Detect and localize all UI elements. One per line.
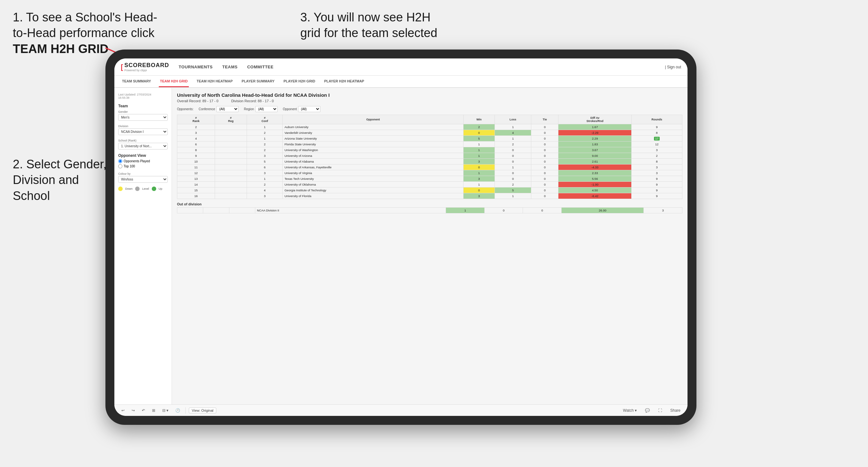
td-rank: 6 xyxy=(177,142,215,147)
td-loss: 1 xyxy=(495,193,531,199)
sidebar-school-field: School (Rank) 1. University of Nort... xyxy=(118,139,168,150)
td-reg xyxy=(215,164,247,170)
td-conf: 3 xyxy=(247,170,283,176)
th-opponent: Opponent xyxy=(283,115,463,124)
td-win: 2 xyxy=(463,124,495,130)
toolbar-share[interactable]: Share xyxy=(668,408,682,413)
toolbar-watch[interactable]: Watch ▾ xyxy=(621,408,639,413)
ood-reg xyxy=(203,208,229,213)
nav-sign-out[interactable]: | Sign out xyxy=(665,65,681,69)
td-rounds: 2 xyxy=(631,153,682,159)
toolbar-separator xyxy=(185,407,186,414)
sidebar-colour-by-select[interactable]: Win/loss xyxy=(118,176,168,183)
td-reg xyxy=(215,153,247,159)
td-win: 3 xyxy=(463,176,495,182)
sub-nav-player-summary[interactable]: PLAYER SUMMARY xyxy=(240,76,276,87)
toolbar-back[interactable]: ↶ xyxy=(140,408,147,413)
td-tie: 0 xyxy=(531,193,558,199)
table-row: 6 2 Florida State University 1 2 0 1.83 … xyxy=(177,142,682,147)
toolbar-clock[interactable]: 🕐 xyxy=(174,408,182,413)
sidebar-radio-top100-input[interactable] xyxy=(118,164,122,168)
td-rounds: 8 xyxy=(631,159,682,164)
h2h-table: #Rank #Reg #Conf Opponent Win Loss Tie D… xyxy=(177,115,682,199)
sidebar-timestamp-date: Last Updated: 27/03/2024 xyxy=(118,93,151,96)
toolbar-comment[interactable]: 💬 xyxy=(643,408,652,413)
sidebar-radio-top100-label: Top 100 xyxy=(124,164,135,168)
td-tie: 0 xyxy=(531,182,558,187)
main-area: University of North Carolina Head-to-Hea… xyxy=(172,88,687,404)
td-tie: 0 xyxy=(531,147,558,153)
toolbar-paste[interactable]: ⊟ ▾ xyxy=(160,408,170,413)
ood-loss: 0 xyxy=(484,208,523,213)
td-rounds: 8 xyxy=(631,130,682,136)
table-row: 13 1 Texas Tech University 3 0 0 5.56 9 xyxy=(177,176,682,182)
td-win: 0 xyxy=(463,187,495,193)
td-rounds: 9 xyxy=(631,176,682,182)
td-tie: 0 xyxy=(531,130,558,136)
filter-region-select[interactable]: (All) xyxy=(255,106,278,112)
sidebar-colour-by-label: Colour by xyxy=(118,172,168,175)
td-diff: 1.83 xyxy=(558,142,631,147)
td-opponent: Arizona State University xyxy=(283,136,463,142)
filter-row: Opponents: Conference (All) Region (All) xyxy=(177,106,682,112)
toolbar-copy[interactable]: ⊞ xyxy=(150,408,157,413)
th-tie: Tie xyxy=(531,115,558,124)
toolbar-redo[interactable]: ↪ xyxy=(130,408,137,413)
td-rounds: 9 xyxy=(631,193,682,199)
sidebar-timestamp: Last Updated: 27/03/2024 16:55:38 xyxy=(118,93,168,99)
td-win: 0 xyxy=(463,130,495,136)
nav-link-teams[interactable]: TEAMS xyxy=(222,64,238,69)
td-rounds: 3 xyxy=(631,164,682,170)
sub-nav-player-h2h-grid[interactable]: PLAYER H2H GRID xyxy=(282,76,316,87)
sub-nav-player-h2h-heatmap[interactable]: PLAYER H2H HEATMAP xyxy=(323,76,366,87)
nav-link-tournaments[interactable]: TOURNAMENTS xyxy=(179,64,212,69)
sidebar-radio-opponents-played-input[interactable] xyxy=(118,159,122,163)
td-diff: 2.61 xyxy=(558,159,631,164)
td-win: 3 xyxy=(463,159,495,164)
filter-region-label: Region xyxy=(244,107,254,111)
colour-label-up: Up xyxy=(159,187,163,190)
td-opponent: University of Washington xyxy=(283,147,463,153)
sidebar-gender-label: Gender xyxy=(118,110,168,114)
td-loss: 0 xyxy=(495,176,531,182)
td-reg xyxy=(215,124,247,130)
filter-opponent-select[interactable]: (All) xyxy=(298,106,320,112)
sidebar-gender-select[interactable]: Men's xyxy=(118,114,168,121)
sidebar-team-label: Team xyxy=(118,104,168,108)
sidebar-radio-opponents-played[interactable]: Opponents Played xyxy=(118,159,168,163)
td-conf: 5 xyxy=(247,159,283,164)
toolbar-undo[interactable]: ↩ xyxy=(120,408,126,413)
td-rank: 16 xyxy=(177,193,215,199)
td-opponent: Florida State University xyxy=(283,142,463,147)
ood-name: NCAA Division II xyxy=(255,208,446,213)
td-opponent: University of Oklahoma xyxy=(283,182,463,187)
th-conf: #Conf xyxy=(247,115,283,124)
sidebar-opponent-view: Opponent View Opponents Played Top 100 xyxy=(118,153,168,168)
sidebar-radio-top100[interactable]: Top 100 xyxy=(118,164,168,168)
sidebar-division-select[interactable]: NCAA Division I xyxy=(118,128,168,135)
toolbar-view[interactable]: View: Original xyxy=(189,408,216,413)
sidebar-gender-field: Gender Men's xyxy=(118,110,168,121)
td-win: 1 xyxy=(463,170,495,176)
colour-dot-level xyxy=(135,187,140,191)
sub-nav-team-h2h-heatmap[interactable]: TEAM H2H HEATMAP xyxy=(195,76,234,87)
logo-bracket: [ xyxy=(121,63,123,71)
td-win: 5 xyxy=(463,136,495,142)
filter-conference-select[interactable]: (All) xyxy=(216,106,239,112)
filter-opponent-group: Opponent (All) xyxy=(283,106,320,112)
toolbar-fullscreen[interactable]: ⛶ xyxy=(656,408,664,413)
td-rank: 8 xyxy=(177,147,215,153)
filter-opponent-label: Opponent xyxy=(283,107,297,111)
toolbar-right: Watch ▾ 💬 ⛶ Share xyxy=(621,408,682,413)
td-tie: 0 xyxy=(531,142,558,147)
content-area: Last Updated: 27/03/2024 16:55:38 Team G… xyxy=(114,88,687,404)
td-conf: 1 xyxy=(247,176,283,182)
td-reg xyxy=(215,182,247,187)
table-row: 15 4 Georgia Institute of Technology 0 5… xyxy=(177,187,682,193)
sub-nav-team-summary[interactable]: TEAM SUMMARY xyxy=(121,76,152,87)
sub-nav-team-h2h-grid[interactable]: TEAM H2H GRID xyxy=(159,76,189,87)
nav-link-committee[interactable]: COMMITTEE xyxy=(247,64,274,69)
td-loss: 0 xyxy=(495,147,531,153)
sidebar-school-select[interactable]: 1. University of Nort... xyxy=(118,143,168,150)
td-rank: 12 xyxy=(177,170,215,176)
